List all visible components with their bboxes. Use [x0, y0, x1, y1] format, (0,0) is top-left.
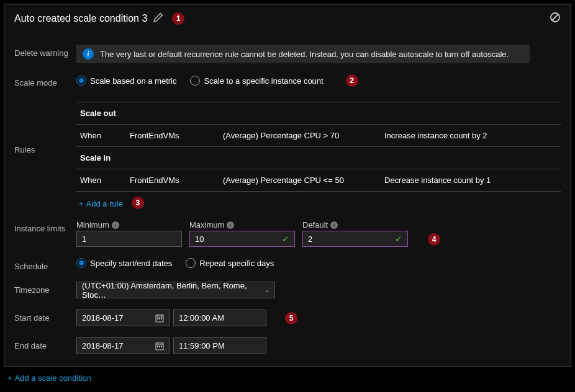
- start-date-picker[interactable]: 2018-08-17: [76, 310, 170, 326]
- svg-rect-15: [161, 346, 162, 347]
- rule-action: Increase instance count by 2: [384, 131, 557, 140]
- default-input[interactable]: 2 ✓: [302, 231, 408, 247]
- minimum-label: Minimum: [76, 220, 109, 229]
- maximum-input[interactable]: 10 ✓: [189, 231, 295, 247]
- schedule-label: Schedule: [14, 258, 76, 274]
- maximum-label: Maximum: [189, 220, 224, 229]
- end-date-value: 2018-08-17: [82, 341, 124, 350]
- timezone-select[interactable]: (UTC+01:00) Amsterdam, Berlin, Bern, Rom…: [76, 282, 275, 298]
- end-time-picker[interactable]: 11:59:00 PM: [173, 337, 266, 354]
- delete-warning-text: The very last or default recurrence rule…: [100, 50, 509, 59]
- rule-row-scale-out[interactable]: When FrontEndVMs (Average) Percentage CP…: [76, 125, 561, 147]
- rules-table: Scale out When FrontEndVMs (Average) Per…: [76, 102, 561, 209]
- rule-row-scale-in[interactable]: When FrontEndVMs (Average) Percentage CP…: [76, 169, 561, 192]
- scale-mode-label: Scale mode: [14, 74, 76, 91]
- radio-scale-metric[interactable]: Scale based on a metric: [76, 76, 176, 86]
- rule-condition: (Average) Percentage CPU > 70: [223, 131, 384, 140]
- panel-title: Auto created scale condition 3: [14, 13, 147, 24]
- start-time-picker[interactable]: 12:00:00 AM: [173, 310, 266, 326]
- radio-specify-dates[interactable]: Specify start/end dates: [76, 258, 172, 268]
- chevron-down-icon: ⌄: [265, 287, 269, 293]
- scale-condition-panel: Auto created scale condition 3 1 Delete …: [4, 4, 571, 367]
- panel-header: Auto created scale condition 3 1: [4, 4, 571, 30]
- radio-icon: [76, 258, 86, 268]
- start-time-value: 12:00:00 AM: [179, 313, 224, 323]
- radio-scale-count-label: Scale to a specific instance count: [204, 76, 323, 86]
- callout-2: 2: [346, 74, 358, 87]
- svg-line-1: [552, 14, 558, 20]
- instance-limits-label: Instance limits: [14, 220, 76, 236]
- timezone-value: (UTC+01:00) Amsterdam, Berlin, Bern, Rom…: [82, 281, 265, 300]
- rule-action: Decrease instance count by 1: [384, 176, 557, 185]
- svg-rect-6: [157, 318, 158, 319]
- radio-scale-metric-label: Scale based on a metric: [90, 76, 176, 86]
- callout-5: 5: [285, 312, 297, 324]
- info-icon[interactable]: i: [330, 221, 338, 229]
- minimum-input[interactable]: [76, 231, 182, 247]
- radio-specify-dates-label: Specify start/end dates: [90, 259, 172, 268]
- add-rule-link[interactable]: + Add a rule: [76, 193, 125, 208]
- disable-icon[interactable]: [550, 12, 561, 25]
- maximum-value: 10: [195, 234, 204, 244]
- radio-repeat-days[interactable]: Repeat specific days: [186, 258, 274, 268]
- info-icon[interactable]: i: [112, 221, 119, 229]
- delete-warning-bar: i The very last or default recurrence ru…: [76, 45, 530, 63]
- callout-1: 1: [172, 12, 184, 25]
- radio-icon: [190, 76, 200, 86]
- calendar-icon: [155, 314, 164, 323]
- add-scale-condition-label: Add a scale condition: [15, 373, 92, 383]
- info-icon[interactable]: i: [227, 221, 234, 229]
- delete-warning-label: Delete warning: [14, 45, 76, 61]
- add-rule-label: Add a rule: [86, 199, 123, 208]
- radio-icon: [186, 258, 196, 268]
- info-icon: i: [83, 48, 94, 60]
- callout-4: 4: [428, 233, 440, 246]
- end-time-value: 11:59:00 PM: [179, 341, 225, 350]
- callout-3: 3: [132, 197, 144, 209]
- calendar-icon: [155, 342, 164, 350]
- start-date-label: Start date: [14, 310, 76, 326]
- svg-rect-8: [161, 318, 162, 319]
- radio-repeat-days-label: Repeat specific days: [199, 259, 274, 268]
- default-value: 2: [308, 234, 312, 244]
- end-date-picker[interactable]: 2018-08-17: [76, 337, 170, 354]
- check-icon: ✓: [395, 234, 402, 244]
- rules-label: Rules: [14, 102, 76, 154]
- radio-scale-count[interactable]: Scale to a specific instance count: [190, 76, 323, 86]
- plus-icon: +: [7, 373, 12, 383]
- end-date-label: End date: [14, 337, 76, 354]
- radio-icon: [76, 76, 86, 86]
- timezone-label: Timezone: [14, 282, 76, 298]
- rule-when: When: [80, 131, 130, 140]
- svg-rect-13: [157, 346, 158, 347]
- rule-condition: (Average) Percentage CPU <= 50: [223, 176, 384, 185]
- scale-out-heading: Scale out: [76, 102, 561, 125]
- scale-in-heading: Scale in: [76, 147, 561, 169]
- start-date-value: 2018-08-17: [82, 313, 124, 323]
- rule-when: When: [80, 176, 130, 185]
- rule-resource: FrontEndVMs: [130, 176, 223, 185]
- check-icon: ✓: [282, 234, 289, 244]
- svg-rect-7: [159, 318, 160, 319]
- add-scale-condition-link[interactable]: + Add a scale condition: [4, 367, 95, 385]
- rule-resource: FrontEndVMs: [130, 131, 223, 140]
- default-label: Default: [302, 220, 328, 229]
- plus-icon: +: [79, 199, 84, 208]
- edit-title-icon[interactable]: [153, 12, 163, 24]
- svg-rect-14: [159, 346, 160, 347]
